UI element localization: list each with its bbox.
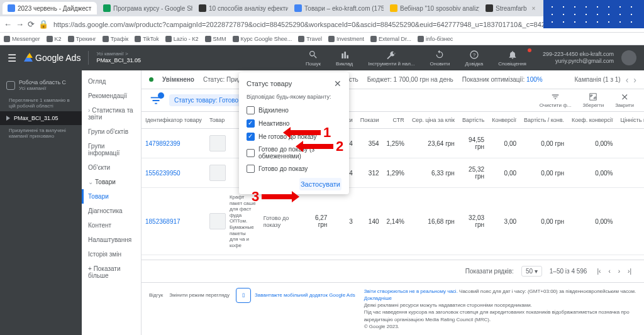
close-icon[interactable]: × xyxy=(531,5,535,12)
option-not-ready[interactable]: Не готово до показу xyxy=(247,130,341,143)
close-icon[interactable]: × xyxy=(96,5,97,12)
next-icon[interactable]: › xyxy=(633,75,636,85)
nav-products[interactable]: Товари xyxy=(82,189,141,204)
browser-tab[interactable]: 10 способів аналізу ефективн...× xyxy=(194,2,288,14)
close-filter-button[interactable]: Закрити xyxy=(613,92,636,108)
bookmark[interactable]: Трекинг xyxy=(68,36,96,42)
last-page-icon[interactable]: ›| xyxy=(625,266,634,276)
nav-content[interactable]: Контент xyxy=(82,218,141,233)
table-row[interactable]: 1852368917Крафт пакет саше для фаст фуда… xyxy=(142,188,644,255)
back-icon[interactable]: ← xyxy=(4,19,12,29)
option-ready-limited[interactable]: Готово до показу (з обмеженнями) xyxy=(247,143,341,162)
nav-stats[interactable]: ›Статистика та звіти xyxy=(82,103,141,124)
mobile-icon: ▯ xyxy=(236,288,251,303)
nav-recommendations[interactable]: Рекомендації xyxy=(82,89,141,103)
filter-icon[interactable] xyxy=(149,94,163,107)
sidebar-note: Перегляньте 1 кампанію в цій робочій обл… xyxy=(0,95,82,111)
nav-overview[interactable]: Огляд xyxy=(82,74,141,89)
bookmark[interactable]: Lazio - К2 xyxy=(165,36,199,42)
product-id-link[interactable]: 1556239950 xyxy=(145,170,180,177)
prev-icon[interactable]: ‹ xyxy=(626,75,629,85)
next-page-icon[interactable]: › xyxy=(616,266,623,276)
breadcrumb[interactable]: Усі кампанії > PMax_BCI_31.05 xyxy=(88,51,141,65)
nav-products-group[interactable]: ⌄Товари xyxy=(82,175,141,189)
favicon xyxy=(294,4,302,12)
workspace-selector[interactable]: Робоча область СУсі кампанії xyxy=(0,75,82,95)
bookmark[interactable]: SMM xyxy=(205,36,226,42)
favicon xyxy=(8,4,15,12)
table-row[interactable]: 189125610190*50*230 мм упаковка 100 штГо… xyxy=(142,255,644,260)
browser-tab[interactable]: Програма курсу - Google Sh...× xyxy=(98,2,192,14)
browser-tab[interactable]: Товари – eko-kraft.com (1757...× xyxy=(289,2,384,14)
tools-button[interactable]: Інструменти й нал... xyxy=(364,50,418,67)
option-inactive[interactable]: Неактивно xyxy=(247,117,341,130)
mobile-app-link[interactable]: ▯ Завантажте мобільний додаток Google Ad… xyxy=(236,288,355,303)
apply-button[interactable]: Застосувати xyxy=(299,178,341,190)
option-ready[interactable]: Готово до показу xyxy=(247,162,341,175)
help-button[interactable]: ?Довідка xyxy=(461,50,487,67)
bookmark[interactable]: Курс Google Shee... xyxy=(233,36,292,42)
menu-icon[interactable]: ☰ xyxy=(8,52,16,64)
clear-filters-button[interactable]: Очистити ф... xyxy=(537,92,574,108)
table-row[interactable]: 15562399503,44 грн43121,29%6,33 грн25,32… xyxy=(142,158,644,188)
url-input[interactable] xyxy=(52,19,629,30)
reports-button[interactable]: Виклад xyxy=(332,50,357,67)
avatar[interactable] xyxy=(621,50,636,65)
col-cpa[interactable]: Вартість / конв. xyxy=(520,112,568,129)
col-cost[interactable]: Вартість xyxy=(458,112,488,129)
sidebar-paused-note: Призупинені та вилучені кампанії прихова… xyxy=(0,125,82,141)
sidebar-campaign[interactable]: PMax_BCI_31.05 xyxy=(0,111,82,125)
col-val[interactable]: Цінність конв. xyxy=(616,112,644,129)
bookmark[interactable]: Investment xyxy=(328,36,364,42)
browser-tab[interactable]: Вебінар "10 sposobiv analizy el...× xyxy=(385,2,479,14)
table-row[interactable]: 14798923995,25 грн43541,25%23,64 грн94,5… xyxy=(142,129,644,158)
svg-text:?: ? xyxy=(473,52,476,57)
logo[interactable]: Google Ads xyxy=(24,53,80,63)
bookmark[interactable]: Travel xyxy=(298,36,322,42)
nav-show-more[interactable]: + Показати більше xyxy=(82,261,141,283)
nav-assets[interactable]: Об'єкти xyxy=(82,160,141,175)
bookmark[interactable]: info-бізнес xyxy=(418,36,453,42)
nav-diagnostics[interactable]: Діагностика xyxy=(82,204,141,218)
browser-tab[interactable]: Streamfarb× xyxy=(480,2,540,14)
chevron-right-icon: › xyxy=(88,107,90,114)
nav-history[interactable]: Історія змін xyxy=(82,247,141,261)
col-conv[interactable]: Конверсії xyxy=(488,112,520,129)
status-enabled: Увімкнено xyxy=(162,76,194,83)
col-ctr[interactable]: CTR xyxy=(383,112,408,129)
refresh-button[interactable]: Оновити xyxy=(426,50,454,67)
col-id[interactable]: Ідентифікатор товару xyxy=(142,112,206,129)
help-icon: ? xyxy=(469,50,479,60)
bookmark[interactable]: External Dr... xyxy=(370,36,411,42)
bookmark[interactable]: Трафік xyxy=(103,36,128,42)
save-filter-button[interactable]: Зберегти xyxy=(580,92,606,108)
notifications-button[interactable]: Сповіщення xyxy=(494,50,530,67)
browser-tab[interactable]: 2023 червень - Дайджест× xyxy=(3,2,97,14)
reload-icon[interactable]: ⟳ xyxy=(28,19,35,29)
nav-sidebar: Робоча область СУсі кампанії Перегляньте… xyxy=(0,70,82,335)
product-title: Крафт пакет саше для фаст фуда ОПТом. Бу… xyxy=(230,194,256,248)
switch-view-link[interactable]: Змінити режим перегляду xyxy=(169,292,230,298)
popup-close-icon[interactable]: ✕ xyxy=(334,79,341,89)
product-id-link[interactable]: 1479892399 xyxy=(145,140,180,147)
bookmark[interactable]: TikTok xyxy=(135,36,159,42)
col-cpc[interactable]: Сер. ціна за клік xyxy=(408,112,458,129)
col-cr[interactable]: Коеф. конверсії xyxy=(568,112,616,129)
product-id-link[interactable]: 1852368917 xyxy=(145,218,180,225)
first-page-icon[interactable]: |‹ xyxy=(594,266,603,276)
col-impr[interactable]: Покази xyxy=(357,112,383,129)
bookmark[interactable]: K2 xyxy=(47,36,62,42)
page-size-select[interactable]: 50 ▾ xyxy=(521,266,542,277)
nav-settings[interactable]: Налаштування xyxy=(82,233,141,247)
nav-asset-groups[interactable]: Групи об'єктів xyxy=(82,124,141,139)
campaign-pager: Кампанія (1 з 1) ‹ › xyxy=(575,75,636,85)
prev-page-icon[interactable]: ‹ xyxy=(606,266,613,276)
search-button[interactable]: Пошук xyxy=(302,50,325,67)
checkbox-checked-icon[interactable] xyxy=(247,119,255,128)
feedback-link[interactable]: Відгук xyxy=(149,292,163,298)
forward-icon[interactable]: → xyxy=(16,19,24,29)
bookmark[interactable]: Messenger xyxy=(4,36,40,42)
option-rejected[interactable]: Відхилено xyxy=(247,104,341,117)
nav-listing-groups[interactable]: Групи інформації xyxy=(82,139,141,160)
checkbox-checked-icon[interactable] xyxy=(247,133,255,141)
